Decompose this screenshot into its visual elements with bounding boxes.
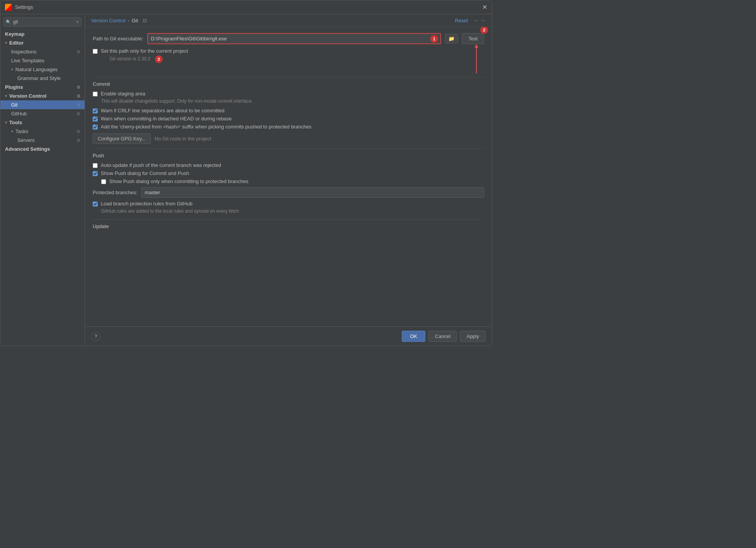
badge-1: 1 (430, 35, 438, 43)
load-protection-row: Load branch protection rules from GitHub (93, 201, 484, 207)
sidebar: 🔍 ✕ Keymap ▾ Editor Inspections ⊟ Live T… (0, 14, 85, 346)
sidebar-item-label: Grammar and Style (17, 75, 61, 81)
add-suffix-checkbox[interactable] (93, 125, 98, 130)
sidebar-item-label: Keymap (5, 31, 25, 37)
cancel-button[interactable]: Cancel (428, 331, 457, 342)
commit-divider (93, 77, 484, 77)
sidebar-item-plugins[interactable]: Plugins ⊟ (0, 83, 85, 92)
sidebar-item-label: Editor (9, 40, 24, 46)
right-panel: Version Control › Git ⊟ Reset ← → Path t… (85, 14, 492, 346)
clear-search-icon[interactable]: ✕ (76, 20, 79, 25)
page-icon: ⊟ (77, 103, 80, 107)
auto-update-label: Auto-update if push of the current branc… (101, 162, 221, 168)
search-icon: 🔍 (6, 20, 11, 25)
sidebar-item-advanced-settings[interactable]: Advanced Settings (0, 145, 85, 153)
set-path-row: Set this path only for the current proje… (93, 48, 484, 54)
folder-icon: 📁 (448, 36, 455, 42)
warn-detached-checkbox[interactable] (93, 117, 98, 122)
folder-button[interactable]: 📁 (445, 34, 458, 43)
help-button[interactable]: ? (91, 332, 100, 341)
search-input[interactable] (3, 17, 82, 27)
title-bar: Settings ✕ (0, 0, 492, 14)
configure-gpg-row: Configure GPG Key... No Git roots in the… (93, 133, 484, 144)
red-arrow-annotation (473, 45, 480, 79)
page-icon: ⊟ (77, 112, 80, 116)
sidebar-item-label: Advanced Settings (5, 146, 50, 152)
push-section-title: Push (93, 153, 484, 158)
sidebar-item-label: Tasks (15, 128, 28, 134)
sidebar-item-label: Natural Languages (15, 67, 58, 72)
protected-branches-row: Protected branches: (93, 187, 484, 198)
warn-crlf-label: Warn if CRLF line separators are about t… (101, 108, 225, 113)
enable-staging-row: Enable staging area (93, 91, 484, 97)
exe-label: Path to Git executable: (93, 36, 143, 42)
protected-branches-label: Protected branches: (93, 190, 137, 195)
expand-icon: ▾ (5, 94, 7, 98)
exe-input[interactable] (147, 33, 441, 44)
breadcrumb-current: Git (132, 18, 138, 23)
page-icon: ⊟ (77, 138, 80, 142)
load-protection-checkbox[interactable] (93, 202, 98, 207)
expand-icon: ▾ (5, 120, 7, 125)
enable-staging-checkbox[interactable] (93, 92, 98, 97)
close-button[interactable]: ✕ (482, 3, 487, 11)
sidebar-item-inspections[interactable]: Inspections ⊟ (0, 47, 85, 56)
warn-crlf-checkbox[interactable] (93, 108, 98, 113)
page-icon: ⊟ (77, 129, 80, 133)
breadcrumb-nav: ← → (473, 17, 486, 23)
app-icon (5, 4, 12, 11)
badge-3: 3 (155, 55, 163, 63)
settings-window: Settings ✕ 🔍 ✕ Keymap ▾ Editor Inspectio… (0, 0, 492, 346)
configure-gpg-button[interactable]: Configure GPG Key... (93, 133, 151, 144)
set-path-label: Set this path only for the current proje… (101, 48, 188, 54)
add-suffix-row: Add the 'cherry-picked from <hash>' suff… (93, 124, 484, 130)
test-btn-wrap: Test 2 (462, 33, 484, 44)
apply-button[interactable]: Apply (460, 331, 486, 342)
breadcrumb-parent[interactable]: Version Control (91, 18, 125, 23)
sidebar-item-tasks[interactable]: ▾ Tasks ⊟ (0, 127, 85, 136)
breadcrumb-tool-icon[interactable]: ⊟ (143, 18, 147, 23)
breadcrumb-separator: › (128, 18, 129, 23)
show-push-dialog-label: Show Push dialog for Commit and Push (101, 170, 189, 176)
expand-icon: ▾ (11, 129, 13, 133)
sidebar-item-label: Version Control (9, 93, 47, 99)
show-push-protected-checkbox[interactable] (101, 179, 106, 184)
reset-button[interactable]: Reset (455, 18, 468, 23)
bottom-bar: ? OK Cancel Apply (85, 326, 492, 346)
exe-row: Path to Git executable: 1 📁 Test 2 (93, 33, 484, 44)
show-push-dialog-checkbox[interactable] (93, 171, 98, 176)
sidebar-item-version-control[interactable]: ▾ Version Control ⊟ (0, 92, 85, 100)
nav-back-icon[interactable]: ← (473, 17, 479, 23)
sidebar-item-github[interactable]: GitHub ⊟ (0, 109, 85, 118)
window-title: Settings (15, 4, 479, 10)
sidebar-item-keymap[interactable]: Keymap (0, 30, 85, 38)
breadcrumb: Version Control › Git ⊟ Reset ← → (85, 14, 492, 27)
set-path-checkbox[interactable] (93, 49, 98, 54)
sidebar-item-editor[interactable]: ▾ Editor (0, 38, 85, 47)
sidebar-item-tools[interactable]: ▾ Tools (0, 118, 85, 127)
panel-body: Path to Git executable: 1 📁 Test 2 (85, 27, 492, 326)
update-divider (93, 219, 484, 220)
sidebar-item-live-templates[interactable]: Live Templates (0, 56, 85, 65)
sidebar-item-grammar-style[interactable]: Grammar and Style (0, 74, 85, 83)
badge-2: 2 (480, 27, 488, 34)
sidebar-item-label: Live Templates (11, 58, 44, 63)
warn-detached-label: Warn when committing in detached HEAD or… (101, 116, 232, 122)
no-git-roots-text: No Git roots in the project (155, 136, 211, 142)
protected-branches-input[interactable] (141, 187, 484, 198)
auto-update-checkbox[interactable] (93, 163, 98, 168)
sidebar-item-natural-languages[interactable]: ▾ Natural Languages (0, 65, 85, 74)
add-suffix-label: Add the 'cherry-picked from <hash>' suff… (101, 124, 311, 130)
main-content: 🔍 ✕ Keymap ▾ Editor Inspections ⊟ Live T… (0, 14, 492, 346)
github-rules-desc: GitHub rules are added to the local rule… (101, 208, 484, 215)
test-button[interactable]: Test (462, 33, 484, 44)
ok-button[interactable]: OK (402, 331, 425, 342)
load-protection-label: Load branch protection rules from GitHub (101, 201, 192, 207)
push-divider (93, 148, 484, 149)
nav-fwd-icon[interactable]: → (480, 17, 486, 23)
sidebar-item-servers[interactable]: Servers ⊟ (0, 136, 85, 145)
git-version-text: Git version is 2.30.2 (110, 56, 150, 62)
page-icon: ⊟ (77, 85, 80, 89)
enable-staging-label: Enable staging area (101, 91, 145, 97)
sidebar-item-git[interactable]: Git ⊟ (0, 100, 85, 109)
